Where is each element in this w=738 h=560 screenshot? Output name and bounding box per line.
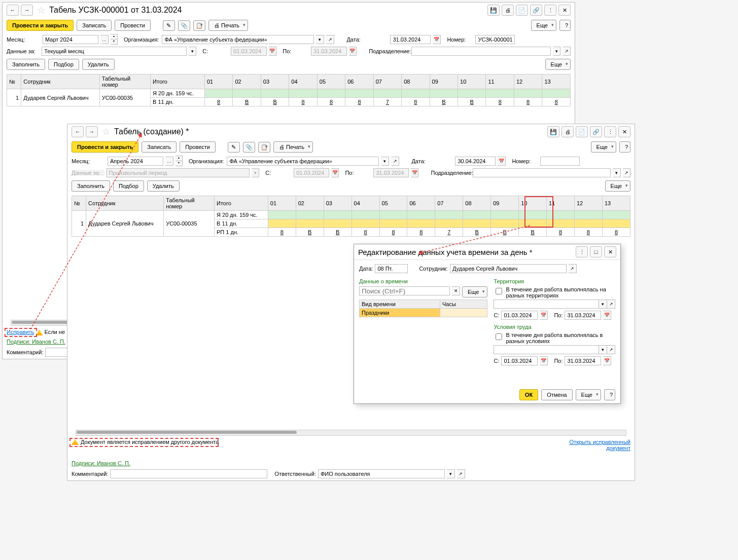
link-icon[interactable]: 🔗 bbox=[530, 5, 542, 16]
day-cell[interactable]: 8 bbox=[602, 228, 630, 237]
dept-open-icon[interactable]: ↗ bbox=[563, 47, 571, 56]
multi-territory-checkbox[interactable] bbox=[496, 288, 502, 294]
terr-to-input[interactable]: 31.03.2024 bbox=[565, 311, 601, 320]
grid-more-button[interactable]: Еще bbox=[605, 180, 630, 192]
data-for-input[interactable]: Текущий месяц bbox=[42, 47, 186, 56]
save-icon[interactable]: 💾 bbox=[547, 126, 559, 137]
link-icon[interactable]: 🔗 bbox=[590, 126, 602, 137]
multi-conditions-checkbox[interactable] bbox=[496, 333, 502, 340]
attach-icon[interactable]: 📎 bbox=[243, 142, 255, 153]
date-input[interactable]: 31.03.2024 bbox=[390, 35, 431, 44]
day-cell[interactable]: В bbox=[430, 98, 458, 106]
day-cell[interactable]: 8 bbox=[542, 98, 571, 106]
modal-footer-more-button[interactable]: Еще bbox=[576, 389, 601, 400]
print-button[interactable]: 🖨 Печать bbox=[208, 20, 248, 31]
comment-input[interactable] bbox=[110, 469, 267, 478]
save-icon[interactable]: 💾 bbox=[487, 5, 500, 16]
modal-emp-open-icon[interactable]: ↗ bbox=[569, 264, 577, 273]
day-cell[interactable]: 8 bbox=[289, 98, 317, 106]
dept-dropdown-icon[interactable]: ▾ bbox=[613, 168, 620, 177]
timesheet-grid[interactable]: №СотрудникТабельный номерИтого0102030405… bbox=[72, 196, 630, 237]
more-button[interactable]: Еще bbox=[591, 141, 616, 153]
dialog-menu-icon[interactable]: ⋮ bbox=[576, 246, 588, 257]
help-button[interactable]: ? bbox=[559, 20, 571, 31]
month-input[interactable]: Апрель 2024 bbox=[108, 157, 163, 166]
h-scrollbar[interactable] bbox=[76, 430, 626, 436]
date-input[interactable]: 30.04.2024 bbox=[455, 157, 496, 166]
menu-icon[interactable]: ⋮ bbox=[544, 5, 556, 16]
day-cell[interactable]: В bbox=[458, 98, 486, 106]
month-down[interactable]: ▾ bbox=[175, 161, 183, 166]
post-and-close-button[interactable]: Провести и закрыть bbox=[72, 141, 138, 153]
terr-toА-cal-icon[interactable]: 📅 bbox=[603, 311, 611, 320]
dept-input[interactable] bbox=[473, 168, 611, 177]
fix-link[interactable]: Исправить bbox=[7, 329, 34, 335]
dept-open-icon[interactable]: ↗ bbox=[623, 168, 630, 177]
dialog-close-icon[interactable]: ✕ bbox=[604, 246, 616, 257]
cond-to-input[interactable]: 31.03.2024 bbox=[565, 356, 601, 365]
day-cell[interactable]: 8 bbox=[407, 228, 435, 237]
day-cell[interactable]: 8 bbox=[547, 228, 575, 237]
dept-input[interactable] bbox=[411, 47, 551, 56]
day-cell[interactable]: В bbox=[519, 228, 547, 237]
cond-to-cal-icon[interactable]: 📅 bbox=[603, 356, 611, 365]
terr-dropdown-icon[interactable]: ▾ bbox=[599, 300, 607, 309]
number-input[interactable] bbox=[540, 157, 580, 166]
data-for-dropdown-icon[interactable]: ▾ bbox=[189, 47, 197, 56]
menu-icon[interactable]: ⋮ bbox=[604, 126, 616, 137]
date-calendar-icon[interactable]: 📅 bbox=[433, 35, 441, 44]
day-cell[interactable]: 8 bbox=[268, 228, 296, 237]
day-cell[interactable]: 8 bbox=[352, 228, 379, 237]
cond-from-cal-icon[interactable]: 📅 bbox=[540, 356, 548, 365]
signatures-link[interactable]: Подписи: Иванов С. П. bbox=[72, 460, 130, 466]
day-cell[interactable]: 7 bbox=[373, 98, 401, 106]
attach-icon[interactable]: 📎 bbox=[178, 20, 190, 31]
basis-icon[interactable]: 📋 bbox=[258, 142, 270, 153]
terr-from-input[interactable]: 01.03.2024 bbox=[501, 311, 538, 320]
favorite-icon[interactable]: ☆ bbox=[102, 126, 110, 137]
day-cell[interactable]: 8 bbox=[574, 228, 602, 237]
print-icon[interactable]: 🖨 bbox=[502, 5, 514, 16]
day-cell[interactable]: 8 bbox=[379, 228, 407, 237]
grid-more-button[interactable]: Еще bbox=[545, 59, 571, 70]
search-clear-icon[interactable]: ✕ bbox=[452, 286, 460, 295]
cond-from-input[interactable]: 01.03.2024 bbox=[501, 356, 538, 365]
org-dropdown-icon[interactable]: ▾ bbox=[381, 157, 389, 166]
dept-dropdown-icon[interactable]: ▾ bbox=[553, 47, 561, 56]
highlight-icon[interactable]: ✎ bbox=[163, 20, 175, 31]
close-icon[interactable]: ✕ bbox=[558, 5, 571, 16]
day-cell[interactable]: В bbox=[296, 228, 324, 237]
timesheet-grid[interactable]: №СотрудникТабельный номерИтого0102030405… bbox=[7, 74, 571, 106]
org-dropdown-icon[interactable]: ▾ bbox=[316, 35, 324, 44]
territory-input[interactable] bbox=[494, 300, 599, 309]
post-button[interactable]: Провести bbox=[180, 141, 216, 153]
resp-dropdown-icon[interactable]: ▾ bbox=[447, 469, 455, 478]
fill-button[interactable]: Заполнить bbox=[7, 59, 45, 70]
cond-dropdown-icon[interactable]: ▾ bbox=[599, 345, 607, 354]
terr-from-cal-icon[interactable]: 📅 bbox=[540, 311, 548, 320]
cond-open-icon[interactable]: ↗ bbox=[607, 345, 615, 354]
date-calendar-icon[interactable]: 📅 bbox=[498, 157, 506, 166]
save-button[interactable]: Записать bbox=[142, 141, 177, 153]
highlight-icon[interactable]: ✎ bbox=[228, 142, 240, 153]
month-up[interactable]: ▴ bbox=[175, 156, 183, 161]
day-cell[interactable]: 8 bbox=[204, 98, 232, 106]
day-cell[interactable]: В bbox=[233, 98, 261, 106]
favorite-icon[interactable]: ☆ bbox=[37, 5, 45, 16]
post-button[interactable]: Провести bbox=[115, 20, 151, 31]
day-cell[interactable]: В bbox=[324, 228, 352, 237]
day-cell[interactable]: В bbox=[491, 228, 519, 237]
close-icon[interactable]: ✕ bbox=[618, 126, 630, 137]
report-icon[interactable]: 📄 bbox=[516, 5, 528, 16]
save-button[interactable]: Записать bbox=[77, 20, 112, 31]
back-button[interactable]: ← bbox=[72, 126, 84, 137]
basis-icon[interactable]: 📋 bbox=[193, 20, 205, 31]
post-and-close-button[interactable]: Провести и закрыть bbox=[7, 20, 74, 31]
number-input[interactable]: УСЗК-000001 bbox=[475, 35, 515, 44]
day-cell[interactable]: 8 bbox=[514, 98, 542, 106]
month-down[interactable]: ▾ bbox=[111, 39, 118, 45]
month-input[interactable]: Март 2024 bbox=[43, 35, 98, 44]
forward-button[interactable]: → bbox=[21, 5, 33, 16]
org-input[interactable]: ФА «Управление субъекта федерации» bbox=[227, 157, 379, 166]
print-icon[interactable]: 🖨 bbox=[561, 126, 574, 137]
